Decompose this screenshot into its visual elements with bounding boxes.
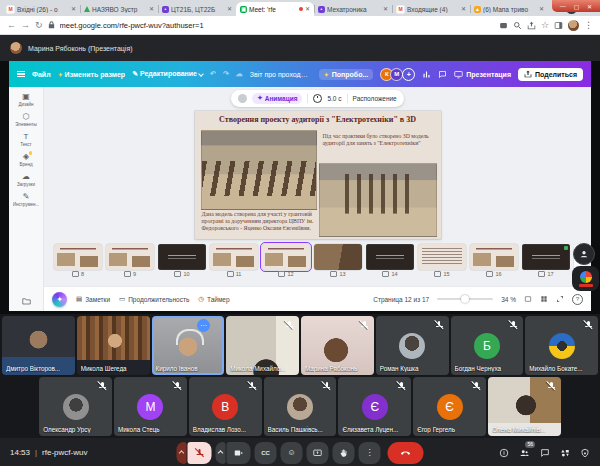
slide-thumbnail[interactable]: 13 [314, 244, 362, 277]
sidebar-item-tools[interactable]: ✎Инструмен... [9, 193, 43, 207]
duration-value[interactable]: 5.0 с [327, 95, 341, 102]
captions-button[interactable]: CC [255, 442, 277, 464]
tab-drive[interactable]: НАЗЯВО Зустр✕ [80, 2, 158, 16]
participant-tile[interactable]: ВВладислав Лозо... [189, 377, 262, 436]
window-controls[interactable]: —▢✕ [552, 0, 600, 12]
tab-meet-active[interactable]: ▣Meet: 'rfe✕ [236, 2, 314, 16]
color-swatch[interactable] [238, 94, 247, 103]
comments-icon[interactable] [438, 70, 447, 79]
slide-title[interactable]: Створення проекту аудиторії з "Електроте… [199, 115, 437, 124]
participant-tile[interactable]: Дмитро Вікторов... [2, 316, 75, 375]
chat-icon[interactable] [540, 448, 550, 458]
participant-tile[interactable]: Микола Шегеда [77, 316, 150, 375]
sidebar-item-uploads[interactable]: ☁Загрузки [9, 173, 43, 187]
tab-inbox-ru[interactable]: MВходящие (4)✕ [392, 2, 470, 16]
reload-button[interactable]: ↻ [35, 21, 43, 30]
notes-button[interactable]: ▤Заметки [76, 295, 110, 303]
participant-tile[interactable]: ЄЄгор Гергель [413, 377, 486, 436]
resize-menu[interactable]: ✦ Изменить размер [58, 71, 126, 78]
tile-options-button[interactable]: ⋯ [197, 319, 210, 332]
sidebar-item-projects[interactable] [9, 297, 43, 307]
scrubber-knob[interactable] [461, 295, 469, 303]
participant-tile[interactable]: Микола Михайло... [226, 316, 299, 375]
participant-tile[interactable]: Михайло Бокате... [525, 316, 598, 375]
document-title[interactable]: Звіт про проходженн... [250, 71, 312, 78]
sidebar-item-text[interactable]: TТекст [9, 133, 43, 147]
slide-text-left[interactable]: Дана модель створена для участі у гранто… [202, 211, 314, 233]
sidebar-item-brand[interactable]: ◈Бренд [9, 153, 43, 167]
present-button[interactable]: Презентация [454, 70, 511, 79]
participant-tile[interactable]: ММикола Стець [114, 377, 187, 436]
tab-alert-map[interactable]: ▲(6) Мапа триво✕ [470, 2, 548, 16]
slide-thumbnail[interactable]: 17 [522, 244, 570, 277]
share-icon[interactable] [527, 21, 536, 30]
slide-thumbnail[interactable]: 10 [158, 244, 206, 277]
timer-button[interactable]: ◷Таймер [198, 295, 229, 303]
side-panel-icon[interactable] [554, 21, 563, 30]
participant-tile[interactable]: Олена Михайлів... [488, 377, 561, 436]
page-view-icon[interactable] [524, 295, 532, 304]
sidebar-item-elements[interactable]: ⬡Элементы [9, 113, 43, 127]
tab-close-icon[interactable]: ✕ [383, 6, 388, 12]
participant-tile[interactable]: Василь Пашківсь... [264, 377, 337, 436]
participant-tile[interactable]: ББогдан Чернуха [451, 316, 524, 375]
tab-close-icon[interactable]: ✕ [227, 6, 232, 12]
slide-thumbnail[interactable]: 9 [106, 244, 154, 277]
camera-options-chevron[interactable] [216, 442, 226, 464]
participant-tile[interactable]: ЄЄлизавета Луцен... [338, 377, 411, 436]
add-collaborator-button[interactable]: + [402, 68, 415, 81]
participant-tile[interactable]: Роман Кушка [376, 316, 449, 375]
close-button[interactable]: ✕ [587, 3, 592, 10]
editing-menu[interactable]: ✎ Редактирование [132, 70, 203, 78]
bookmark-star-icon[interactable]: ☆ [541, 20, 549, 30]
share-button[interactable]: Поделиться [518, 68, 583, 81]
profile-avatar[interactable] [568, 20, 579, 31]
classroom-render-image[interactable] [201, 130, 317, 210]
tab-inbox-ua[interactable]: MВхідні (26) - o✕ [2, 2, 80, 16]
more-options-button[interactable]: ⋮ [359, 442, 381, 464]
menu-icon[interactable] [17, 71, 25, 78]
slide-thumbnail[interactable]: 11 [210, 244, 258, 277]
back-button[interactable]: ← [7, 21, 16, 30]
tab-mechatronics[interactable]: •Мехатроника_✕ [314, 2, 392, 16]
slide-canvas[interactable]: Створення проекту аудиторії з "Електроте… [195, 111, 441, 239]
tab-close-icon[interactable]: ✕ [539, 6, 544, 12]
mic-mute-button[interactable] [188, 442, 212, 464]
animate-button[interactable]: ✦Анимация [252, 93, 302, 104]
slide-text-right[interactable]: Під час практики було створено 3D модель… [323, 133, 433, 147]
participant-tile[interactable]: Марина Рябоконь [301, 316, 374, 375]
arrange-button[interactable]: Расположение [353, 95, 397, 102]
slide-thumbnail[interactable]: 8 [54, 244, 102, 277]
slide-thumbnail[interactable]: 16 [470, 244, 518, 277]
tab-close-icon[interactable]: ✕ [71, 6, 76, 12]
redo-button[interactable]: ↷ [223, 70, 229, 78]
activities-icon[interactable] [560, 448, 570, 458]
extension-overlay-button[interactable] [572, 266, 599, 291]
participant-tile[interactable]: Олександр Урсу [39, 377, 112, 436]
address-text[interactable]: meet.google.com/rfe-pwcf-wuv?authuser=1 [60, 21, 494, 30]
magic-assistant-button[interactable]: ✦ [52, 292, 67, 307]
maximize-button[interactable]: ▢ [574, 3, 580, 10]
fullscreen-icon[interactable] [556, 295, 564, 304]
minimize-button[interactable]: — [560, 3, 566, 9]
tab-close-icon[interactable]: ✕ [461, 6, 466, 12]
leave-call-button[interactable] [388, 442, 424, 464]
mic-options-chevron[interactable] [177, 442, 187, 464]
help-icon[interactable]: ? [572, 294, 583, 305]
raise-hand-button[interactable] [333, 442, 355, 464]
slide-thumbnail[interactable]: 15 [418, 244, 466, 277]
tab-close-icon[interactable]: ✕ [305, 6, 310, 12]
reactions-button[interactable]: ☺ [281, 442, 303, 464]
present-screen-button[interactable] [307, 442, 329, 464]
media-control-icon[interactable] [499, 21, 508, 30]
host-controls-icon[interactable] [580, 448, 590, 458]
grid-view-icon[interactable] [540, 295, 548, 304]
zoom-level[interactable]: 34 % [501, 296, 516, 303]
zoom-icon[interactable] [513, 21, 522, 30]
slide-thumbnail[interactable]: 14 [366, 244, 414, 277]
insights-icon[interactable] [422, 70, 431, 79]
tab-close-icon[interactable]: ✕ [149, 6, 154, 12]
page-scrubber[interactable] [437, 298, 493, 300]
forward-button[interactable]: → [21, 21, 30, 30]
participant-tile-speaking[interactable]: ⋯Кирило Іванов [152, 316, 225, 375]
